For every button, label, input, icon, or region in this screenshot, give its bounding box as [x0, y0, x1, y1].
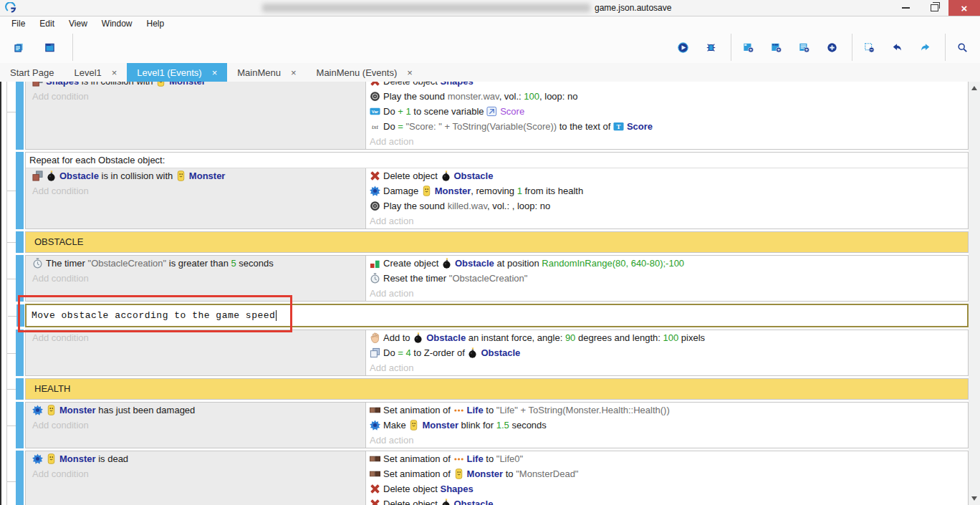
- vertical-scrollbar[interactable]: [969, 82, 980, 505]
- condition-line[interactable]: The timer "ObstacleCreation" is greater …: [26, 256, 365, 271]
- token-o: Monster: [422, 420, 458, 431]
- token-d: "Life0": [496, 453, 523, 464]
- comment-banner[interactable]: OBSTACLE: [25, 231, 969, 253]
- scroll-down-arrow-icon[interactable]: [971, 496, 977, 501]
- action-line[interactable]: Damage Monster, removing 1 from its heal…: [366, 183, 968, 198]
- collapsed-panel-edge[interactable]: [0, 32, 1, 505]
- token-p: blink for: [458, 420, 496, 431]
- comment-edit-row[interactable]: Move obstacle according to the game spee…: [25, 304, 969, 327]
- menu-item-view[interactable]: View: [62, 19, 95, 29]
- add-condition-button[interactable]: Add condition: [26, 330, 365, 345]
- token-o: Shapes: [441, 484, 474, 494]
- menu-item-help[interactable]: Help: [140, 19, 172, 29]
- action-line[interactable]: Delete object Shapes: [366, 82, 968, 89]
- close-button[interactable]: ×: [948, 0, 980, 16]
- event-block[interactable]: Monster is deadAdd conditionSet animatio…: [25, 451, 969, 505]
- action-line[interactable]: Delete object Shapes: [366, 481, 968, 496]
- remove-event-button[interactable]: [858, 33, 884, 62]
- action-line[interactable]: Play the sound killed.wav, vol.: , loop:…: [366, 198, 968, 213]
- action-line[interactable]: Set animation of Life to "Life0": [366, 451, 968, 466]
- event-block[interactable]: Shapes is in collision with MonsterAdd c…: [25, 82, 969, 150]
- add-condition-button[interactable]: Add condition: [26, 183, 365, 198]
- token-p: , loop: no: [539, 91, 578, 102]
- add-circle-button[interactable]: [820, 33, 847, 62]
- menu-item-window[interactable]: Window: [95, 19, 140, 29]
- action-line[interactable]: Create object Obstacle at position Rando…: [366, 256, 968, 271]
- add-action-button[interactable]: Add action: [366, 286, 968, 301]
- add-condition-button[interactable]: Add condition: [26, 271, 365, 286]
- token-p: at position: [494, 258, 542, 269]
- add-event-button[interactable]: [736, 33, 763, 62]
- title-bar: game.json.autosave ×: [0, 0, 980, 16]
- add-comment-button[interactable]: [792, 33, 819, 62]
- tab-start-page[interactable]: Start Page: [0, 63, 64, 82]
- action-line[interactable]: Make Monster blink for 1.5 seconds: [366, 418, 968, 433]
- repeat-event-block[interactable]: Repeat for each Obstacle object:Obstacle…: [25, 152, 969, 229]
- scroll-up-arrow-icon[interactable]: [971, 86, 977, 90]
- restore-button[interactable]: [920, 0, 948, 16]
- token-p: from its health: [522, 186, 583, 196]
- blurred-path-text: [262, 4, 590, 12]
- comment-text-input[interactable]: Move obstacle according to the game spee…: [27, 310, 275, 321]
- tab-mainmenu[interactable]: MainMenu×: [227, 63, 306, 82]
- condition-line[interactable]: Shapes is in collision with Monster: [26, 82, 365, 89]
- action-line[interactable]: Add to Obstacle an instant force, angle:…: [366, 330, 968, 345]
- add-subevent-button[interactable]: [764, 33, 791, 62]
- add-condition-button[interactable]: Add condition: [26, 418, 365, 433]
- add-event-icon: [743, 42, 754, 53]
- token-o: Obstacle: [59, 170, 99, 181]
- scene-editor-button[interactable]: [38, 33, 64, 62]
- action-line[interactable]: Do = 4 to Z-order of Obstacle: [366, 345, 968, 360]
- token-p: to: [503, 468, 516, 479]
- redo-button[interactable]: [913, 33, 940, 62]
- repeat-header[interactable]: Repeat for each Obstacle object:: [26, 153, 968, 168]
- condition-line[interactable]: Monster has just been damaged: [26, 403, 365, 418]
- undo-button[interactable]: [885, 33, 912, 62]
- token-p: Delete object: [383, 484, 441, 494]
- tab-mainmenu-events-[interactable]: MainMenu (Events)×: [307, 63, 423, 82]
- action-line[interactable]: txtDo = "Score: " + ToString(Variable(Sc…: [366, 119, 968, 134]
- comment-banner[interactable]: HEALTH: [25, 378, 969, 400]
- tab-close-icon[interactable]: ×: [407, 68, 413, 77]
- add-condition-button[interactable]: Add condition: [26, 466, 365, 481]
- project-manager-button[interactable]: [7, 33, 34, 62]
- add-action-button[interactable]: Add action: [366, 213, 968, 229]
- condition-line[interactable]: Obstacle is in collision with Monster: [26, 168, 365, 183]
- monster-icon: [453, 468, 464, 479]
- token-p: to: [484, 405, 496, 415]
- tab-level1-events-[interactable]: Level1 (Events)×: [127, 63, 227, 82]
- token-d: "ObstacleCreation": [449, 273, 528, 284]
- action-line[interactable]: Set animation of Monster to "MonsterDead…: [366, 466, 968, 481]
- add-action-button[interactable]: Add action: [366, 433, 968, 448]
- action-line[interactable]: Delete object Obstacle: [366, 168, 968, 183]
- condition-line[interactable]: Monster is dead: [26, 451, 365, 466]
- toolbar-separator: [731, 34, 731, 61]
- event-block[interactable]: Monster has just been damagedAdd conditi…: [25, 402, 969, 448]
- search-button[interactable]: [951, 33, 977, 62]
- tab-close-icon[interactable]: ×: [112, 68, 117, 77]
- menu-item-edit[interactable]: Edit: [32, 19, 62, 29]
- action-line[interactable]: Delete object Obstacle: [366, 496, 968, 505]
- event-block[interactable]: The timer "ObstacleCreation" is greater …: [25, 255, 969, 302]
- tab-close-icon[interactable]: ×: [212, 68, 218, 77]
- minimize-button[interactable]: [891, 0, 920, 16]
- add-condition-button[interactable]: Add condition: [26, 89, 365, 104]
- tab-level1[interactable]: Level1×: [64, 63, 127, 82]
- life-dots-icon: [453, 405, 464, 415]
- action-line[interactable]: VarDo + 1 to scene variable Score: [366, 104, 968, 119]
- conditions-column: Shapes is in collision with MonsterAdd c…: [26, 82, 366, 149]
- debug-button[interactable]: [699, 33, 726, 62]
- action-line[interactable]: Set animation of Life to "Life" + ToStri…: [366, 403, 968, 418]
- token-p: Do: [383, 106, 398, 117]
- tab-close-icon[interactable]: ×: [291, 68, 297, 77]
- menu-item-file[interactable]: File: [4, 19, 32, 29]
- play-button[interactable]: [671, 33, 698, 62]
- event-block[interactable]: Add conditionAdd to Obstacle an instant …: [25, 330, 969, 376]
- var-icon: Var: [370, 106, 380, 117]
- add-action-button[interactable]: Add action: [366, 134, 968, 149]
- action-line[interactable]: Reset the timer "ObstacleCreation": [366, 271, 968, 286]
- bomb-icon: [441, 499, 451, 505]
- add-action-button[interactable]: Add action: [366, 360, 968, 375]
- monster-icon: [46, 453, 57, 464]
- action-line[interactable]: Play the sound monster.wav, vol.: 100, l…: [366, 89, 968, 104]
